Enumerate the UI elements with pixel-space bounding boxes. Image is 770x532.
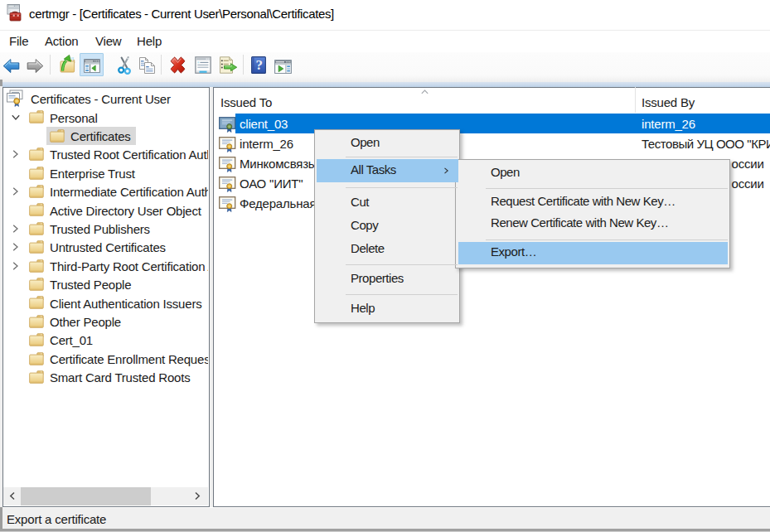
svg-text:?: ? [255, 57, 262, 73]
